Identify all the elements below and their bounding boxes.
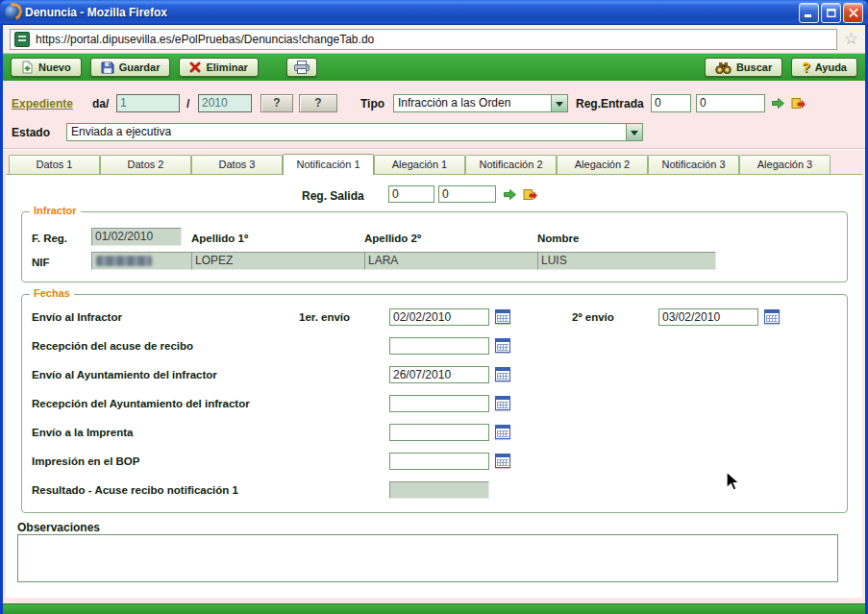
app-toolbar: Nuevo Guardar Eliminar Buscar ? Ayuda	[3, 54, 865, 81]
ayuda-label: Ayuda	[815, 61, 847, 73]
url-text: https://portal.dipusevilla.es/ePolPrueba…	[36, 33, 374, 46]
infractor-legend: Infractor	[30, 205, 81, 216]
minimize-icon	[805, 9, 814, 17]
primer-envio-input[interactable]: 02/02/2010	[389, 308, 489, 326]
reg-entrada-search-icon[interactable]	[771, 96, 785, 110]
question-button-2[interactable]: ?	[299, 94, 337, 112]
fecha-label: Recepción del Ayuntamiento del infractor	[32, 395, 250, 412]
maximize-icon	[827, 9, 836, 17]
location-bar: https://portal.dipusevilla.es/ePolPrueba…	[3, 25, 865, 54]
bookmark-star-icon[interactable]: ☆	[844, 30, 858, 49]
impresion-bop-input[interactable]	[389, 453, 489, 470]
reg-salida-input-2[interactable]: 0	[438, 185, 496, 203]
bottom-green-strip	[3, 603, 865, 614]
nif-field[interactable]	[91, 252, 197, 270]
nuevo-button[interactable]: Nuevo	[11, 58, 82, 77]
question-button-1[interactable]: ?	[260, 94, 293, 112]
da-label: da/	[92, 94, 109, 113]
apellido2-field[interactable]: LARA	[364, 252, 545, 270]
recepcion-acuse-input[interactable]	[389, 337, 489, 355]
print-icon	[294, 61, 310, 74]
expediente-num-input[interactable]: 1	[116, 94, 180, 112]
resultado-field[interactable]	[389, 481, 489, 499]
reg-entrada-input-2[interactable]: 0	[696, 94, 765, 112]
tab-datos-2[interactable]: Datos 2	[100, 155, 191, 174]
apellido1-field[interactable]: LOPEZ	[191, 252, 374, 270]
tipo-selected-value: Infracción a las Orden	[394, 95, 567, 111]
tipo-label: Tipo	[360, 94, 384, 113]
calendar-icon[interactable]	[495, 396, 510, 410]
fecha-row-resultado: Resultado - Acuse recibo notificación 1	[22, 481, 847, 500]
chevron-down-icon[interactable]	[551, 95, 567, 111]
tipo-select[interactable]: Infracción a las Orden	[393, 94, 568, 112]
fecha-label: Recepción del acuse de recibo	[32, 337, 193, 355]
close-button[interactable]	[843, 3, 863, 23]
calendar-icon[interactable]	[764, 309, 780, 324]
ayuda-button[interactable]: ? Ayuda	[791, 58, 857, 77]
buscar-button[interactable]: Buscar	[705, 58, 782, 77]
f-reg-field[interactable]: 01/02/2010	[91, 228, 182, 246]
window-controls	[799, 3, 863, 23]
calendar-icon[interactable]	[495, 454, 510, 468]
estado-select[interactable]: Enviada a ejecutiva	[66, 123, 643, 141]
recepcion-ayuntamiento-input[interactable]	[389, 395, 489, 412]
fecha-row-envio-infractor: Envío al Infractor 1er. envío 02/02/2010…	[22, 308, 847, 327]
observaciones-textarea[interactable]	[17, 534, 838, 582]
fecha-row-impresion-bop: Impresión en el BOP	[22, 453, 847, 471]
nuevo-label: Nuevo	[38, 61, 71, 73]
reg-entrada-clear-icon[interactable]	[791, 96, 806, 110]
save-icon	[101, 61, 114, 74]
calendar-icon[interactable]	[495, 338, 510, 353]
segundo-envio-label: 2º envío	[572, 308, 614, 326]
eliminar-label: Eliminar	[206, 61, 247, 73]
envio-imprenta-input[interactable]	[389, 424, 489, 441]
site-favicon	[14, 32, 30, 47]
tab-notificacion-3[interactable]: Notificación 3	[648, 155, 739, 174]
apellido2-label: Apellido 2º	[364, 230, 421, 247]
maximize-button[interactable]	[821, 3, 841, 23]
window-titlebar: Denuncia - Mozilla Firefox	[0, 0, 868, 25]
tab-alegacion-3[interactable]: Alegación 3	[739, 155, 831, 174]
segundo-envio-input[interactable]: 03/02/2010	[658, 308, 758, 326]
reg-salida-label: Reg. Salida	[302, 187, 364, 205]
header-divider	[3, 148, 865, 150]
apellido1-label: Apellido 1º	[191, 230, 248, 247]
tab-datos-1[interactable]: Datos 1	[9, 155, 100, 174]
tab-alegacion-1[interactable]: Alegación 1	[374, 155, 465, 174]
print-button[interactable]	[286, 58, 317, 77]
buscar-label: Buscar	[736, 61, 772, 73]
f-reg-label: F. Reg.	[32, 230, 67, 247]
reg-salida-search-icon[interactable]	[503, 187, 517, 201]
chevron-down-icon[interactable]	[626, 124, 642, 140]
reg-entrada-input-1[interactable]: 0	[651, 94, 691, 112]
nombre-field[interactable]: LUIS	[537, 252, 716, 270]
fecha-row-envio-imprenta: Envío a la Imprenta	[22, 424, 847, 442]
delete-icon	[189, 61, 201, 73]
envio-ayuntamiento-input[interactable]: 26/07/2010	[389, 366, 489, 383]
minimize-button[interactable]	[799, 3, 819, 23]
eliminar-button[interactable]: Eliminar	[179, 58, 258, 77]
url-field[interactable]: https://portal.dipusevilla.es/ePolPrueba…	[10, 29, 837, 50]
guardar-button[interactable]: Guardar	[90, 58, 171, 77]
firefox-window: Denuncia - Mozilla Firefox https://porta…	[0, 0, 868, 614]
reg-salida-input-1[interactable]: 0	[388, 185, 434, 203]
tab-notificacion-1[interactable]: Notificación 1	[283, 154, 374, 175]
estado-label: Estado	[12, 123, 50, 142]
fecha-label: Envío al Ayuntamiento del infractor	[32, 366, 217, 383]
tab-datos-3[interactable]: Datos 3	[191, 155, 283, 174]
expediente-year-input[interactable]: 2010	[198, 94, 252, 112]
notificacion-1-panel: Reg. Salida 0 0 Infractor F. Reg. 01/02/…	[6, 174, 862, 598]
tab-alegacion-2[interactable]: Alegación 2	[557, 155, 648, 174]
guardar-label: Guardar	[119, 61, 161, 73]
tab-notificacion-2[interactable]: Notificación 2	[465, 155, 557, 174]
calendar-icon[interactable]	[495, 367, 510, 381]
firefox-icon	[5, 5, 20, 20]
fecha-row-recepcion-ayuntamiento: Recepción del Ayuntamiento del infractor	[22, 395, 847, 413]
new-document-icon	[21, 61, 34, 74]
reg-salida-clear-icon[interactable]	[523, 187, 537, 201]
expediente-link[interactable]: Expediente	[12, 94, 73, 113]
calendar-icon[interactable]	[495, 425, 510, 439]
calendar-icon[interactable]	[495, 309, 510, 324]
reg-entrada-label: Reg.Entrada	[576, 94, 644, 113]
tab-strip: Datos 1 Datos 2 Datos 3 Notificación 1 A…	[9, 154, 831, 174]
